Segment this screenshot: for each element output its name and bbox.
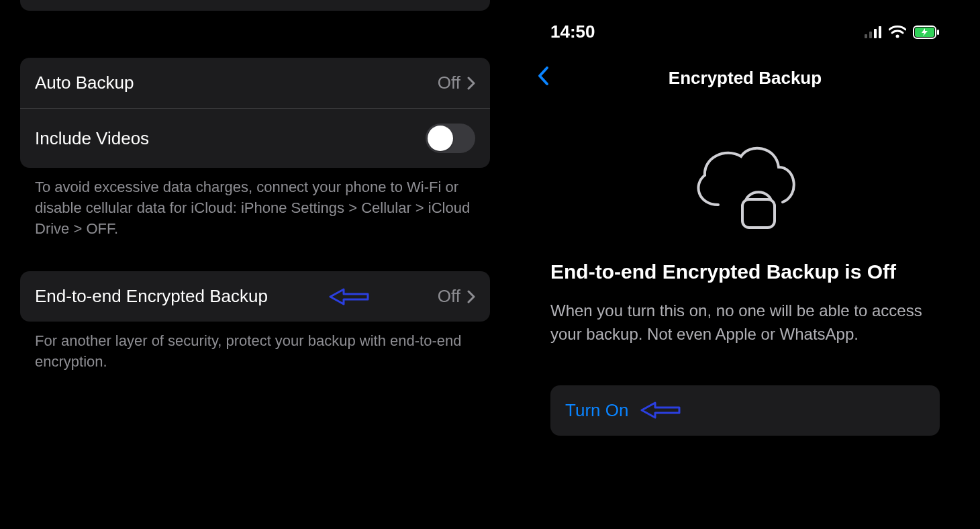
encrypted-backup-detail-pane: 14:50 <box>510 0 980 529</box>
status-icons <box>865 26 940 39</box>
auto-backup-label: Auto Backup <box>35 73 134 93</box>
hero-illustration <box>510 131 980 232</box>
svg-rect-8 <box>742 199 775 228</box>
wifi-icon <box>889 26 906 39</box>
e2e-backup-row[interactable]: End-to-end Encrypted Backup Off <box>20 271 490 322</box>
svg-point-4 <box>896 34 899 38</box>
status-time: 14:50 <box>550 21 595 42</box>
auto-backup-value-wrap: Off <box>438 73 475 93</box>
svg-rect-3 <box>879 26 881 38</box>
detail-body: End-to-end Encrypted Backup is Off When … <box>510 232 980 346</box>
turn-on-label: Turn On <box>565 400 628 421</box>
svg-rect-7 <box>937 30 939 35</box>
previous-group-stub <box>20 0 490 11</box>
battery-charging-icon <box>913 26 940 39</box>
svg-rect-1 <box>869 32 872 38</box>
e2e-backup-label: End-to-end Encrypted Backup <box>35 286 268 307</box>
backup-group: Auto Backup Off Include Videos <box>20 58 490 168</box>
detail-heading: End-to-end Encrypted Backup is Off <box>550 258 940 285</box>
back-button[interactable] <box>530 64 556 92</box>
auto-backup-value: Off <box>438 73 460 93</box>
status-bar: 14:50 <box>510 0 980 54</box>
detail-description: When you turn this on, no one will be ab… <box>550 299 940 346</box>
annotation-arrow-icon <box>329 287 369 307</box>
include-videos-row: Include Videos <box>20 108 490 168</box>
e2e-footnote: For another layer of security, protect y… <box>20 322 490 373</box>
svg-rect-2 <box>874 29 877 38</box>
nav-title: Encrypted Backup <box>510 68 980 89</box>
e2e-group: End-to-end Encrypted Backup Off <box>20 271 490 322</box>
cloud-lock-icon <box>685 131 805 232</box>
annotation-arrow-icon <box>640 400 681 420</box>
e2e-backup-value: Off <box>438 286 460 307</box>
nav-bar: Encrypted Backup <box>510 54 980 107</box>
e2e-backup-value-wrap: Off <box>438 286 475 307</box>
svg-rect-0 <box>865 34 867 38</box>
include-videos-label: Include Videos <box>35 128 149 149</box>
chevron-right-icon <box>467 290 475 303</box>
include-videos-toggle[interactable] <box>426 124 475 153</box>
chevron-left-icon <box>537 66 549 86</box>
data-charges-footnote: To avoid excessive data charges, connect… <box>20 168 490 239</box>
auto-backup-row[interactable]: Auto Backup Off <box>20 58 490 108</box>
turn-on-row[interactable]: Turn On <box>550 385 940 436</box>
backup-settings-pane: Auto Backup Off Include Videos To avoid … <box>0 0 510 529</box>
chevron-right-icon <box>467 77 475 90</box>
cellular-signal-icon <box>865 26 882 38</box>
toggle-knob <box>428 126 453 151</box>
